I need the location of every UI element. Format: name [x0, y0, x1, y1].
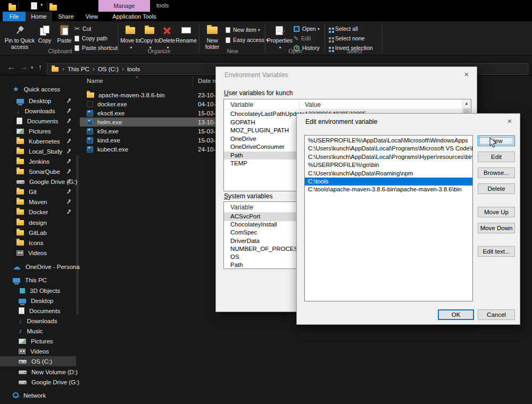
- back-icon[interactable]: ←: [7, 63, 15, 71]
- sidebar-item-icons[interactable]: Icons: [0, 238, 76, 248]
- open-button[interactable]: Open▾: [294, 24, 320, 33]
- explorer-folder-icon[interactable]: [9, 5, 16, 11]
- sidebar-item-quick-access[interactable]: ★Quick access: [0, 84, 76, 94]
- file-row-kind[interactable]: kind.exe15-03-20: [80, 136, 218, 145]
- folder-icon: [16, 189, 24, 195]
- up-icon[interactable]: ↑: [38, 63, 42, 71]
- sidebar-item-documents-pc[interactable]: Documents: [0, 306, 76, 316]
- file-row-apache-maven[interactable]: apache-maven-3.8.6-bin23-10-20: [80, 90, 218, 99]
- edit-button[interactable]: ✎ Edit: [294, 34, 311, 43]
- sidebar-item-new-volume-d[interactable]: New Volume (D:): [0, 367, 76, 377]
- select-none-button[interactable]: Select none: [328, 34, 364, 43]
- sidebar-item-documents[interactable]: Documents: [0, 116, 76, 126]
- breadcrumb-this-pc[interactable]: This PC: [64, 66, 93, 72]
- tab-file[interactable]: File: [3, 12, 26, 21]
- select-all-button[interactable]: Select all: [328, 24, 358, 33]
- sidebar-item-gitlab[interactable]: GitLab: [0, 228, 76, 238]
- sidebar-item-downloads[interactable]: ↓Downloads: [0, 106, 76, 116]
- sidebar-item-videos[interactable]: Videos: [0, 248, 76, 258]
- sidebar-item-sonarqube[interactable]: SonarQube: [0, 166, 76, 176]
- sidebar-item-pictures-pc[interactable]: Pictures: [0, 336, 76, 346]
- file-row-kubectl[interactable]: kubectl.exe24-10-20: [80, 145, 218, 154]
- sidebar-item-network[interactable]: Network: [0, 390, 76, 400]
- path-entries-listbox[interactable]: %USERPROFILE%\AppData\Local\Microsoft\Wi…: [304, 135, 473, 301]
- pin-icon: [66, 149, 71, 154]
- file-row-eksctl[interactable]: eksctl.exe15-03-20: [80, 108, 218, 117]
- folder-icon: [16, 230, 24, 235]
- os-drive-icon: [19, 360, 27, 364]
- pin-icon: [66, 129, 71, 133]
- file-row-docker[interactable]: docker.exe04-10-20: [80, 99, 218, 108]
- forward-icon[interactable]: →: [20, 63, 28, 71]
- cancel-button[interactable]: Cancel: [478, 309, 515, 320]
- copy-path-button[interactable]: Copy path: [74, 34, 107, 43]
- sidebar-item-downloads-pc[interactable]: ↓Downloads: [0, 316, 76, 326]
- move-down-button[interactable]: Move Down: [478, 223, 515, 233]
- sidebar-item-git[interactable]: Git: [0, 187, 76, 197]
- manage-contextual-tab[interactable]: Manage: [98, 0, 150, 12]
- folder-icon: [16, 209, 24, 215]
- browse-button[interactable]: Browse...: [478, 167, 515, 178]
- sidebar-item-design[interactable]: design: [0, 217, 76, 228]
- music-icon: ♪: [19, 327, 22, 334]
- breadcrumb-tools[interactable]: tools: [124, 66, 143, 72]
- sidebar-item-music[interactable]: ♪Music: [0, 326, 76, 336]
- tab-home[interactable]: Home: [26, 12, 52, 21]
- edit-text-button[interactable]: Edit text...: [478, 246, 515, 257]
- ok-button[interactable]: OK: [438, 309, 474, 320]
- select-group-label: Select: [328, 48, 381, 54]
- move-up-button[interactable]: Move Up: [478, 207, 515, 217]
- tab-share[interactable]: Share: [52, 12, 80, 21]
- sidebar-item-3d-objects[interactable]: 3D Objects: [0, 285, 76, 296]
- path-entry[interactable]: C:\Users\kunch\AppData\Local\Programs\Mi…: [305, 145, 472, 153]
- sidebar-item-maven[interactable]: Maven: [0, 197, 76, 207]
- path-entry[interactable]: C:\Users\kunch\AppData\Roaming\npm: [305, 170, 472, 178]
- folder-icon: [16, 149, 24, 154]
- sidebar-item-docker[interactable]: Docker: [0, 207, 76, 217]
- sidebar-item-videos-pc[interactable]: Videos: [0, 346, 76, 356]
- sidebar-item-jenkins[interactable]: Jenkins: [0, 156, 76, 166]
- easy-access-button[interactable]: Easy access▾: [226, 36, 268, 44]
- file-row-k9s[interactable]: k9s.exe15-03-20: [80, 127, 218, 136]
- cut-button[interactable]: ✂ Cut: [74, 24, 91, 33]
- qat-newfolder-icon[interactable]: [49, 5, 57, 11]
- sidebar-item-google-drive-g[interactable]: Google Drive (G:): [0, 377, 76, 387]
- copy-to-icon: [145, 27, 154, 34]
- path-entry[interactable]: %USERPROFILE%\AppData\Local\Microsoft\Wi…: [305, 137, 472, 145]
- sidebar-item-this-pc[interactable]: This PC: [0, 275, 76, 285]
- close-icon[interactable]: ×: [503, 116, 517, 127]
- sidebar-item-pictures[interactable]: Pictures: [0, 126, 76, 136]
- sidebar-item-onedrive[interactable]: ☁OneDrive - Personal: [0, 262, 76, 272]
- edit-environment-variable-dialog: Edit environment variable × %USERPROFILE…: [296, 113, 520, 325]
- sidebar-item-desktop-pc[interactable]: Desktop: [0, 296, 76, 306]
- edit-button[interactable]: Edit: [478, 152, 515, 162]
- recent-locations-icon[interactable]: ▾: [31, 65, 34, 70]
- path-entry[interactable]: C:\tools\apache-maven-3.8.6-bin\apache-m…: [305, 186, 472, 193]
- sidebar-item-google-drive[interactable]: Google Drive (G:): [0, 176, 76, 187]
- sidebar-item-local-study[interactable]: Local_Study: [0, 146, 76, 156]
- qat-properties-icon[interactable]: [31, 2, 37, 10]
- sidebar-item-kubernetes[interactable]: Kubernetes: [0, 136, 76, 146]
- breadcrumb-os-c[interactable]: OS (C:): [95, 66, 122, 72]
- path-entry-selected[interactable]: C:\tools: [305, 178, 472, 186]
- pin-icon: [66, 119, 71, 123]
- network-icon: [13, 392, 19, 398]
- tab-view[interactable]: View: [80, 12, 104, 21]
- organize-group-label: Organize: [120, 48, 198, 54]
- tab-application-tools[interactable]: Application Tools: [104, 12, 165, 21]
- close-icon[interactable]: ×: [460, 69, 473, 80]
- path-entry[interactable]: C:\Users\kunch\AppData\Local\Programs\Hy…: [305, 153, 472, 161]
- column-header-name[interactable]: Name: [87, 78, 103, 84]
- pin-icon: [66, 159, 71, 164]
- delete-button[interactable]: Delete: [478, 183, 515, 194]
- exe-icon: [87, 146, 93, 153]
- sidebar-item-os-c[interactable]: OS (C:): [0, 356, 76, 366]
- file-row-helm[interactable]: helm.exe13-10-20: [80, 117, 218, 127]
- table-header[interactable]: VariableValue: [224, 99, 471, 110]
- pushpin-icon: [12, 23, 27, 38]
- sidebar-item-desktop[interactable]: Desktop: [0, 96, 76, 106]
- sort-indicator-icon[interactable]: ^: [136, 75, 138, 81]
- pin-icon: [66, 169, 71, 174]
- new-item-button[interactable]: New item▾: [226, 26, 260, 34]
- path-entry[interactable]: %USERPROFILE%\go\bin: [305, 161, 472, 169]
